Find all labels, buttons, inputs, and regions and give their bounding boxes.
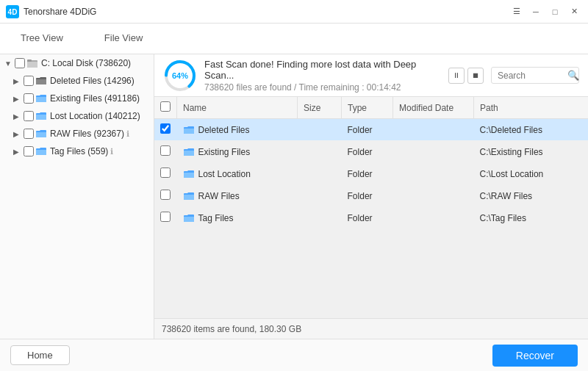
folder-icon-row-1: [183, 146, 195, 158]
sidebar-item-existing-files[interactable]: ▶ Existing Files (491186): [0, 90, 154, 107]
cell-name-text-1: Existing Files: [198, 147, 251, 157]
cell-path-4: C:\Tag Files: [474, 207, 588, 229]
row-checkbox-3[interactable]: [160, 190, 171, 200]
cell-name-1: Existing Files: [177, 141, 298, 163]
menu-button[interactable]: ☰: [509, 4, 525, 20]
cell-type-4: Folder: [342, 207, 393, 229]
folder-icon-existing: [35, 93, 47, 104]
search-input[interactable]: [498, 71, 567, 81]
col-name[interactable]: Name: [177, 97, 298, 119]
row-checkbox-2[interactable]: [160, 168, 171, 178]
checkbox-deleted[interactable]: [24, 76, 34, 86]
tabbar: Tree View File View: [0, 24, 588, 54]
table-header-row: Name Size Type Modified Date Path: [154, 97, 588, 119]
col-type[interactable]: Type: [342, 97, 393, 119]
progress-percent: 64%: [172, 71, 188, 80]
minimize-button[interactable]: ─: [528, 4, 544, 20]
folder-icon-lost: [35, 110, 47, 122]
sidebar-label-0: Deleted Files (14296): [50, 76, 135, 86]
expand-arrow-1: ▶: [13, 95, 24, 103]
cell-name-0: Deleted Files: [177, 119, 298, 141]
stop-button[interactable]: ⏹: [467, 68, 484, 84]
window-controls: ☰ ─ □ ✕: [509, 4, 582, 20]
titlebar: 4D Tenorshare 4DDiG ☰ ─ □ ✕: [0, 0, 588, 24]
checkbox-lost[interactable]: [24, 111, 34, 121]
checkbox-existing[interactable]: [24, 93, 34, 104]
tab-tree-view[interactable]: Tree View: [0, 24, 84, 54]
sidebar-item-raw-files[interactable]: ▶ RAW Files (92367) ℹ: [0, 125, 154, 143]
expand-arrow-2: ▶: [13, 112, 24, 120]
sidebar-label-2: Lost Location (140212): [50, 111, 140, 121]
cell-size-0: [298, 119, 342, 141]
cell-name-4: Tag Files: [177, 207, 298, 229]
cell-name-text-3: RAW Files: [198, 191, 240, 201]
cell-path-0: C:\Deleted Files: [474, 119, 588, 141]
main-layout: ▼ C: Local Disk (738620) ▶ Deleted Files…: [0, 54, 588, 339]
bottombar: Home Recover: [0, 339, 588, 371]
scan-info: Fast Scan done! Finding more lost data w…: [204, 59, 441, 93]
drive-icon: [26, 57, 38, 69]
select-all-checkbox[interactable]: [160, 101, 171, 112]
row-checkbox-0[interactable]: [160, 123, 171, 134]
app-title: Tenorshare 4DDiG: [24, 7, 509, 17]
folder-icon-tag: [35, 145, 47, 157]
search-icon-button[interactable]: 🔍: [567, 70, 579, 81]
row-checkbox-4[interactable]: [160, 212, 171, 222]
sidebar-label-1: Existing Files (491186): [50, 93, 140, 104]
cell-name-text-0: Deleted Files: [198, 125, 250, 135]
app-logo: 4D: [6, 5, 19, 18]
col-size[interactable]: Size: [298, 97, 342, 119]
col-modified[interactable]: Modified Date: [393, 97, 474, 119]
scanbar: 64% Fast Scan done! Finding more lost da…: [154, 54, 588, 97]
cell-size-4: [298, 207, 342, 229]
sidebar-item-lost-location[interactable]: ▶ Lost Location (140212): [0, 107, 154, 125]
tab-file-view[interactable]: File View: [84, 24, 164, 54]
cell-size-1: [298, 141, 342, 163]
row-checkbox-1[interactable]: [160, 145, 171, 156]
cell-name-3: RAW Files: [177, 185, 298, 207]
checkbox-root[interactable]: [15, 58, 25, 68]
cell-path-1: C:\Existing Files: [474, 141, 588, 163]
col-path[interactable]: Path: [474, 97, 588, 119]
expand-arrow-0: ▶: [13, 77, 24, 85]
svg-rect-4: [27, 60, 32, 62]
cell-size-2: [298, 163, 342, 185]
cell-name-2: Lost Location: [177, 163, 298, 185]
file-table-container: Name Size Type Modified Date Path Delete…: [154, 97, 588, 318]
cell-type-3: Folder: [342, 185, 393, 207]
sidebar-root[interactable]: ▼ C: Local Disk (738620): [0, 54, 154, 72]
sidebar-item-tag-files[interactable]: ▶ Tag Files (559) ℹ: [0, 143, 154, 160]
checkbox-tag[interactable]: [24, 146, 34, 156]
maximize-button[interactable]: □: [547, 4, 563, 20]
cell-size-3: [298, 185, 342, 207]
cell-type-0: Folder: [342, 119, 393, 141]
cell-type-2: Folder: [342, 163, 393, 185]
progress-circle: 64%: [163, 59, 197, 93]
statusbar-text: 738620 items are found, 180.30 GB: [162, 324, 301, 334]
close-button[interactable]: ✕: [566, 4, 582, 20]
home-button[interactable]: Home: [10, 345, 70, 365]
expand-arrow-root: ▼: [4, 60, 15, 68]
statusbar: 738620 items are found, 180.30 GB: [154, 318, 588, 339]
cell-path-2: C:\Lost Location: [474, 163, 588, 185]
scan-title: Fast Scan done! Finding more lost data w…: [204, 59, 441, 81]
cell-type-1: Folder: [342, 141, 393, 163]
folder-icon-row-2: [183, 168, 195, 180]
pause-button[interactable]: ⏸: [448, 68, 465, 84]
scan-subtitle: 738620 files are found / Time remaining …: [204, 82, 441, 93]
sidebar-item-deleted-files[interactable]: ▶ Deleted Files (14296): [0, 72, 154, 90]
folder-icon-row-4: [183, 212, 195, 224]
table-row: Lost LocationFolderC:\Lost Location: [154, 163, 588, 185]
table-row: Existing FilesFolderC:\Existing Files: [154, 141, 588, 163]
folder-icon-deleted: [35, 75, 47, 87]
cell-modified-1: [393, 141, 474, 163]
cell-modified-0: [393, 119, 474, 141]
sidebar: ▼ C: Local Disk (738620) ▶ Deleted Files…: [0, 54, 154, 339]
recover-button[interactable]: Recover: [492, 345, 578, 367]
checkbox-raw[interactable]: [24, 129, 34, 139]
svg-text:4D: 4D: [8, 8, 18, 16]
table-row: RAW FilesFolderC:\RAW Files: [154, 185, 588, 207]
folder-icon-row-3: [183, 190, 195, 202]
search-box: 🔍: [491, 67, 579, 84]
table-row: Deleted FilesFolderC:\Deleted Files: [154, 119, 588, 141]
